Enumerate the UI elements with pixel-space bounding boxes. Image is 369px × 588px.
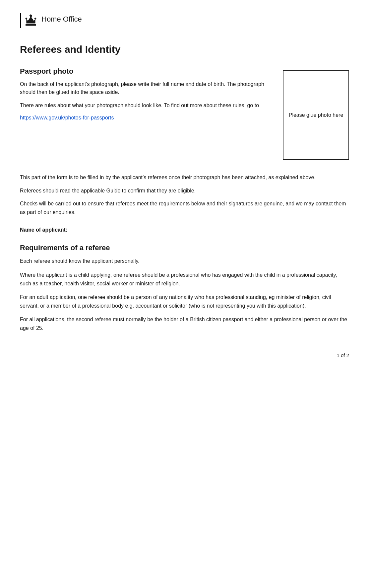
passport-photo-heading: Passport photo <box>20 67 270 76</box>
photo-box: Please glue photo here <box>283 70 349 160</box>
intro-para1: This part of the form is to be filled in… <box>20 173 349 182</box>
intro-para3: Checks will be carried out to ensure tha… <box>20 199 349 216</box>
intro-para2: Referees should read the applicable Guid… <box>20 186 349 195</box>
requirements-section: Requirements of a referee Each referee s… <box>20 244 349 332</box>
applicant-name-label: Name of applicant: <box>20 227 349 233</box>
passport-photo-text: Passport photo On the back of the applic… <box>20 67 270 160</box>
requirements-para4: For all applications, the second referee… <box>20 315 349 332</box>
crown-icon <box>24 13 37 28</box>
passport-photo-section: Passport photo On the back of the applic… <box>20 67 349 160</box>
photo-box-label: Please glue photo here <box>289 111 343 119</box>
requirements-para1: Each referee should know the applicant p… <box>20 257 349 265</box>
page-number: 1 of 2 <box>20 352 349 358</box>
requirements-heading: Requirements of a referee <box>20 244 349 252</box>
intro-paragraphs: This part of the form is to be filled in… <box>20 173 349 216</box>
requirements-para3: For an adult application, one referee sh… <box>20 293 349 310</box>
svg-rect-5 <box>30 15 32 16</box>
header: Home Office <box>20 13 349 28</box>
svg-point-2 <box>26 18 28 20</box>
passport-photo-para1: On the back of the applicant’s photograp… <box>20 80 270 96</box>
page-title: Referees and Identity <box>20 44 349 55</box>
svg-rect-0 <box>26 24 36 26</box>
requirements-para2: Where the applicant is a child applying,… <box>20 271 349 288</box>
passport-photo-para2: There are rules about what your photogra… <box>20 102 270 110</box>
passport-photos-link[interactable]: https://www.gov.uk/photos-for-passports <box>20 115 114 120</box>
svg-point-3 <box>34 18 36 20</box>
org-name-label: Home Office <box>41 13 82 24</box>
